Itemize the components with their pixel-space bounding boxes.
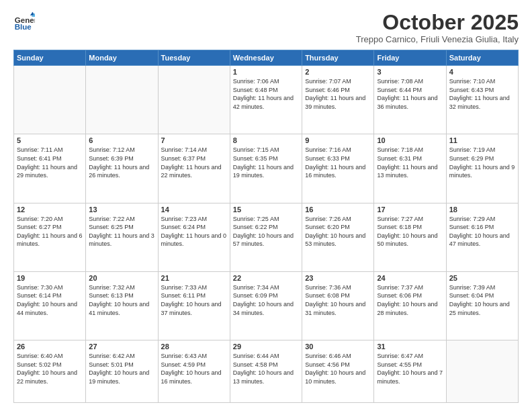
day-info: Sunrise: 7:36 AMSunset: 6:08 PMDaylight:… [305,283,371,317]
calendar-cell: 22Sunrise: 7:34 AMSunset: 6:09 PMDayligh… [230,271,302,340]
day-number: 26 [17,342,83,351]
calendar-cell: 26Sunrise: 6:40 AMSunset: 5:02 PMDayligh… [14,340,86,403]
dow-header-sunday: Sunday [14,50,86,66]
calendar-cell: 17Sunrise: 7:27 AMSunset: 6:18 PMDayligh… [374,203,446,271]
calendar-cell: 10Sunrise: 7:18 AMSunset: 6:31 PMDayligh… [374,134,446,203]
day-info: Sunrise: 7:39 AMSunset: 6:04 PMDaylight:… [449,283,515,317]
day-number: 31 [377,342,443,351]
calendar-cell: 5Sunrise: 7:11 AMSunset: 6:41 PMDaylight… [14,134,86,203]
day-number: 20 [89,274,154,282]
day-info: Sunrise: 7:25 AMSunset: 6:22 PMDaylight:… [233,215,299,248]
calendar-cell: 12Sunrise: 7:20 AMSunset: 6:27 PMDayligh… [14,203,86,271]
calendar-cell: 6Sunrise: 7:12 AMSunset: 6:39 PMDaylight… [86,134,158,203]
day-info: Sunrise: 7:20 AMSunset: 6:27 PMDaylight:… [17,215,83,248]
day-number: 24 [377,274,443,282]
day-info: Sunrise: 7:23 AMSunset: 6:24 PMDaylight:… [161,215,227,248]
calendar-cell: 20Sunrise: 7:32 AMSunset: 6:13 PMDayligh… [86,271,158,340]
day-number: 8 [233,136,299,144]
day-number: 22 [233,274,299,282]
calendar-cell: 13Sunrise: 7:22 AMSunset: 6:25 PMDayligh… [86,203,158,271]
calendar-cell: 30Sunrise: 6:46 AMSunset: 4:56 PMDayligh… [302,340,374,403]
calendar-cell: 25Sunrise: 7:39 AMSunset: 6:04 PMDayligh… [446,271,518,340]
svg-text:Blue: Blue [15,23,32,31]
day-info: Sunrise: 7:19 AMSunset: 6:29 PMDaylight:… [449,146,515,179]
calendar-cell: 28Sunrise: 6:43 AMSunset: 4:59 PMDayligh… [158,340,230,403]
day-info: Sunrise: 7:15 AMSunset: 6:35 PMDaylight:… [233,146,299,179]
day-number: 25 [449,274,515,282]
calendar-cell: 8Sunrise: 7:15 AMSunset: 6:35 PMDaylight… [230,134,302,203]
day-info: Sunrise: 7:29 AMSunset: 6:16 PMDaylight:… [449,215,515,248]
day-info: Sunrise: 7:26 AMSunset: 6:20 PMDaylight:… [305,215,371,248]
day-info: Sunrise: 7:33 AMSunset: 6:11 PMDaylight:… [161,283,227,317]
calendar-cell: 24Sunrise: 7:37 AMSunset: 6:06 PMDayligh… [374,271,446,340]
day-number: 13 [89,205,154,214]
day-info: Sunrise: 7:07 AMSunset: 6:46 PMDaylight:… [305,77,371,111]
calendar-cell [14,66,86,134]
calendar-cell: 15Sunrise: 7:25 AMSunset: 6:22 PMDayligh… [230,203,302,271]
dow-header-monday: Monday [86,50,158,66]
day-number: 2 [305,68,371,76]
dow-header-friday: Friday [374,50,446,66]
day-number: 4 [449,68,515,76]
title-block: October 2025 Treppo Carnico, Friuli Vene… [356,11,519,44]
day-number: 30 [305,342,371,351]
day-number: 19 [17,274,83,282]
day-number: 15 [233,205,299,214]
calendar-cell: 14Sunrise: 7:23 AMSunset: 6:24 PMDayligh… [158,203,230,271]
month-title: October 2025 [356,11,519,34]
day-number: 7 [161,136,227,144]
day-number: 16 [305,205,371,214]
calendar-cell [158,66,230,134]
calendar-cell: 3Sunrise: 7:08 AMSunset: 6:44 PMDaylight… [374,66,446,134]
calendar-cell [446,340,518,403]
day-number: 29 [233,342,299,351]
day-info: Sunrise: 6:42 AMSunset: 5:01 PMDaylight:… [89,352,154,385]
calendar-cell: 1Sunrise: 7:06 AMSunset: 6:48 PMDaylight… [230,66,302,134]
calendar-cell: 29Sunrise: 6:44 AMSunset: 4:58 PMDayligh… [230,340,302,403]
day-number: 17 [377,205,443,214]
day-info: Sunrise: 7:27 AMSunset: 6:18 PMDaylight:… [377,215,443,248]
day-number: 3 [377,68,443,76]
day-info: Sunrise: 7:30 AMSunset: 6:14 PMDaylight:… [17,283,83,317]
day-number: 23 [305,274,371,282]
day-info: Sunrise: 7:06 AMSunset: 6:48 PMDaylight:… [233,77,299,111]
calendar-cell: 11Sunrise: 7:19 AMSunset: 6:29 PMDayligh… [446,134,518,203]
day-number: 5 [17,136,83,144]
day-info: Sunrise: 6:40 AMSunset: 5:02 PMDaylight:… [17,352,83,385]
dow-header-tuesday: Tuesday [158,50,230,66]
day-info: Sunrise: 7:14 AMSunset: 6:37 PMDaylight:… [161,146,227,179]
logo: General Blue [13,11,36,32]
day-info: Sunrise: 7:12 AMSunset: 6:39 PMDaylight:… [89,146,154,179]
calendar-cell: 19Sunrise: 7:30 AMSunset: 6:14 PMDayligh… [14,271,86,340]
dow-header-saturday: Saturday [446,50,518,66]
calendar-cell: 27Sunrise: 6:42 AMSunset: 5:01 PMDayligh… [86,340,158,403]
day-info: Sunrise: 6:43 AMSunset: 4:59 PMDaylight:… [161,352,227,385]
day-info: Sunrise: 7:34 AMSunset: 6:09 PMDaylight:… [233,283,299,317]
day-info: Sunrise: 7:37 AMSunset: 6:06 PMDaylight:… [377,283,443,317]
calendar-cell: 9Sunrise: 7:16 AMSunset: 6:33 PMDaylight… [302,134,374,203]
calendar-cell: 16Sunrise: 7:26 AMSunset: 6:20 PMDayligh… [302,203,374,271]
calendar-cell: 18Sunrise: 7:29 AMSunset: 6:16 PMDayligh… [446,203,518,271]
day-number: 10 [377,136,443,144]
calendar-cell: 2Sunrise: 7:07 AMSunset: 6:46 PMDaylight… [302,66,374,134]
day-number: 1 [233,68,299,76]
day-number: 9 [305,136,371,144]
calendar-cell [86,66,158,134]
day-number: 12 [17,205,83,214]
day-info: Sunrise: 7:16 AMSunset: 6:33 PMDaylight:… [305,146,371,179]
day-number: 14 [161,205,227,214]
day-info: Sunrise: 7:18 AMSunset: 6:31 PMDaylight:… [377,146,443,179]
calendar-cell: 7Sunrise: 7:14 AMSunset: 6:37 PMDaylight… [158,134,230,203]
dow-header-wednesday: Wednesday [230,50,302,66]
day-info: Sunrise: 7:22 AMSunset: 6:25 PMDaylight:… [89,215,154,248]
day-info: Sunrise: 6:46 AMSunset: 4:56 PMDaylight:… [305,352,371,385]
calendar-cell: 21Sunrise: 7:33 AMSunset: 6:11 PMDayligh… [158,271,230,340]
day-number: 18 [449,205,515,214]
day-info: Sunrise: 7:10 AMSunset: 6:43 PMDaylight:… [449,77,515,111]
day-info: Sunrise: 7:32 AMSunset: 6:13 PMDaylight:… [89,283,154,317]
day-info: Sunrise: 6:47 AMSunset: 4:55 PMDaylight:… [377,352,443,385]
day-info: Sunrise: 6:44 AMSunset: 4:58 PMDaylight:… [233,352,299,385]
calendar-cell: 4Sunrise: 7:10 AMSunset: 6:43 PMDaylight… [446,66,518,134]
day-number: 11 [449,136,515,144]
day-info: Sunrise: 7:08 AMSunset: 6:44 PMDaylight:… [377,77,443,111]
